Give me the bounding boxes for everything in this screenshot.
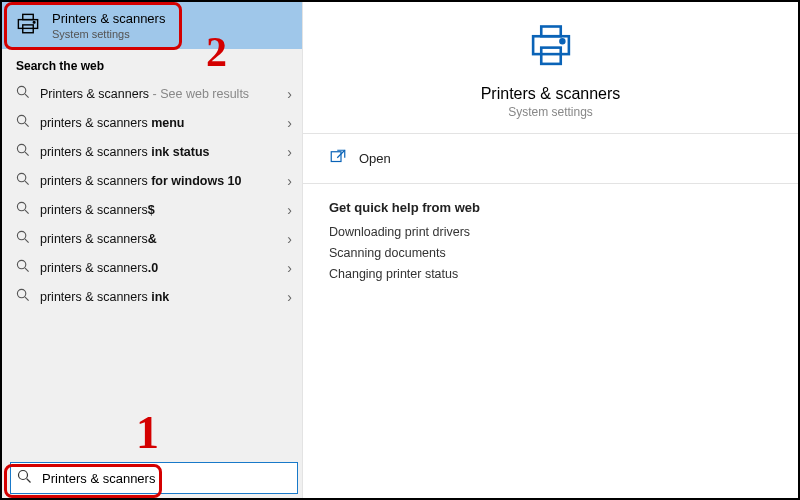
svg-rect-22 <box>541 27 561 37</box>
svg-point-12 <box>17 202 25 210</box>
search-icon <box>16 259 30 276</box>
search-bar-container <box>2 458 302 498</box>
web-result-text: printers & scanners ink <box>40 290 169 304</box>
web-result[interactable]: printers & scanners$› <box>2 195 302 224</box>
svg-rect-24 <box>541 48 561 64</box>
open-icon <box>329 148 347 169</box>
chevron-right-icon: › <box>287 289 292 305</box>
web-result[interactable]: printers & scanners ink status› <box>2 137 302 166</box>
search-icon <box>17 469 32 487</box>
chevron-right-icon: › <box>287 144 292 160</box>
svg-line-11 <box>25 181 29 185</box>
search-icon <box>16 172 30 189</box>
svg-point-3 <box>33 21 35 23</box>
chevron-right-icon: › <box>287 202 292 218</box>
svg-line-15 <box>25 239 29 243</box>
web-results-list: Printers & scanners - See web results›pr… <box>2 79 302 311</box>
chevron-right-icon: › <box>287 260 292 276</box>
web-result[interactable]: printers & scanners ink› <box>2 282 302 311</box>
svg-point-4 <box>17 86 25 94</box>
svg-point-8 <box>17 144 25 152</box>
svg-line-7 <box>25 123 29 127</box>
web-result-text: printers & scanners ink status <box>40 145 210 159</box>
web-result[interactable]: printers & scanners&› <box>2 224 302 253</box>
svg-point-25 <box>560 39 564 43</box>
svg-line-17 <box>25 268 29 272</box>
svg-line-9 <box>25 152 29 156</box>
svg-point-6 <box>17 115 25 123</box>
web-result[interactable]: printers & scanners menu› <box>2 108 302 137</box>
help-link[interactable]: Downloading print drivers <box>329 225 772 239</box>
printer-icon <box>14 10 42 41</box>
chevron-right-icon: › <box>287 173 292 189</box>
chevron-right-icon: › <box>287 115 292 131</box>
web-result[interactable]: Printers & scanners - See web results› <box>2 79 302 108</box>
search-results-panel: Printers & scanners System settings Sear… <box>2 2 302 498</box>
top-match-text: Printers & scanners System settings <box>52 11 165 40</box>
detail-panel: Printers & scanners System settings Open… <box>303 2 798 498</box>
section-label-web: Search the web <box>2 49 302 79</box>
web-result-text: printers & scanners& <box>40 232 157 246</box>
quick-help-section: Get quick help from web Downloading prin… <box>303 184 798 304</box>
search-icon <box>16 114 30 131</box>
svg-point-16 <box>17 260 25 268</box>
help-link[interactable]: Scanning documents <box>329 246 772 260</box>
search-icon <box>16 85 30 102</box>
detail-title: Printers & scanners <box>481 85 621 103</box>
svg-point-14 <box>17 231 25 239</box>
web-result-text: printers & scanners for windows 10 <box>40 174 241 188</box>
top-match-subtitle: System settings <box>52 28 165 40</box>
help-link[interactable]: Changing printer status <box>329 267 772 281</box>
search-icon <box>16 230 30 247</box>
web-result-text: printers & scanners.0 <box>40 261 158 275</box>
detail-subtitle: System settings <box>508 105 593 119</box>
search-icon <box>16 288 30 305</box>
search-bar[interactable] <box>10 462 298 494</box>
svg-line-13 <box>25 210 29 214</box>
web-result-text: printers & scanners$ <box>40 203 155 217</box>
open-action[interactable]: Open <box>303 134 798 183</box>
svg-line-21 <box>27 479 31 483</box>
web-result[interactable]: printers & scanners for windows 10› <box>2 166 302 195</box>
svg-point-18 <box>17 289 25 297</box>
web-result-text: Printers & scanners - See web results <box>40 87 249 101</box>
quick-help-header: Get quick help from web <box>329 200 772 215</box>
top-match-result[interactable]: Printers & scanners System settings <box>2 2 302 49</box>
detail-header: Printers & scanners System settings <box>303 2 798 133</box>
search-icon <box>16 201 30 218</box>
open-label: Open <box>359 151 391 166</box>
svg-point-20 <box>19 471 28 480</box>
search-icon <box>16 143 30 160</box>
svg-line-19 <box>25 297 29 301</box>
svg-rect-0 <box>23 14 34 19</box>
web-result[interactable]: printers & scanners.0› <box>2 253 302 282</box>
printer-icon <box>525 20 577 75</box>
web-result-text: printers & scanners menu <box>40 116 185 130</box>
svg-point-10 <box>17 173 25 181</box>
chevron-right-icon: › <box>287 231 292 247</box>
search-input[interactable] <box>40 470 291 487</box>
svg-rect-26 <box>331 152 341 162</box>
svg-line-5 <box>25 94 29 98</box>
chevron-right-icon: › <box>287 86 292 102</box>
top-match-title: Printers & scanners <box>52 11 165 26</box>
